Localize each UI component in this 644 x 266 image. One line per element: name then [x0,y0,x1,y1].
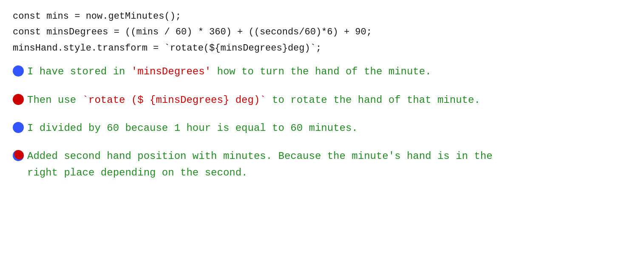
bullet-dot-2 [13,94,24,105]
bullet-item-3: I divided by 60 because 1 hour is equal … [13,120,631,136]
bullet-item-4: Added second hand position with minutes.… [13,148,631,181]
code-block: const mins = now.getMinutes(); const min… [13,8,631,56]
bullet-text-2: Then use `rotate ($ {minsDegrees} deg)` … [27,92,631,108]
bullet-item-1: I have stored in 'minsDegrees' how to tu… [13,64,631,80]
highlight-rotate: `rotate ($ {minsDegrees} deg)` [82,94,266,106]
bullet-dot-1 [13,65,24,76]
bullet-dot-4 [13,150,24,161]
code-line-3: minsHand.style.transform = `rotate(${min… [13,40,631,56]
code-line-2: const minsDegrees = ((mins / 60) * 360) … [13,24,631,40]
bullet-text-1: I have stored in 'minsDegrees' how to tu… [27,64,631,80]
code-line-1: const mins = now.getMinutes(); [13,8,631,24]
bullet-text-3: I divided by 60 because 1 hour is equal … [27,120,631,136]
bullet-dot-3 [13,122,24,133]
bullet-item-2: Then use `rotate ($ {minsDegrees} deg)` … [13,92,631,108]
bullet-text-4: Added second hand position with minutes.… [27,148,631,181]
highlight-minsDegrees: 'minsDegrees' [131,66,211,77]
